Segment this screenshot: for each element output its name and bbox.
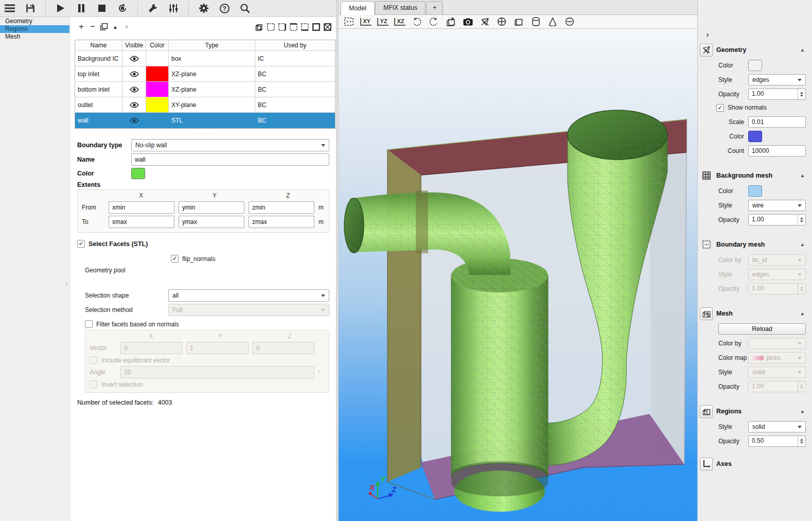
screenshot-camera-icon[interactable] — [462, 16, 474, 27]
region-color-cell[interactable] — [146, 66, 169, 81]
rotate-left-icon[interactable] — [411, 16, 423, 27]
boundary-type-select[interactable]: No-slip wall — [131, 139, 329, 151]
from-z-field[interactable] — [249, 201, 314, 214]
toggle-cylinder-icon[interactable] — [529, 16, 542, 27]
spin-buttons[interactable] — [798, 215, 805, 225]
filter-facets-checkbox[interactable] — [85, 320, 93, 328]
move-down-button[interactable]: ▼ — [121, 21, 132, 32]
visibility-eye-icon[interactable] — [122, 97, 146, 112]
help-icon[interactable]: ? — [218, 2, 231, 15]
region-color-cell[interactable] — [146, 51, 169, 66]
sidebar-item-geometry[interactable]: Geometry — [0, 18, 69, 25]
mesh-reload-button[interactable]: Reload — [718, 323, 806, 335]
geometry-stl-icon[interactable] — [700, 44, 713, 57]
select-facets-checkbox[interactable] — [77, 240, 85, 248]
background-mesh-opacity-spinner[interactable]: 1.00 — [748, 214, 806, 225]
region-shape-solid-icon[interactable] — [310, 21, 322, 32]
sidebar-item-regions[interactable]: Regions — [0, 25, 69, 33]
save-icon[interactable] — [24, 2, 37, 15]
3d-canvas[interactable]: Y X Z — [339, 29, 697, 521]
from-y-field[interactable] — [179, 201, 244, 214]
visibility-eye-icon[interactable] — [122, 113, 146, 128]
col-header-color[interactable]: Color — [146, 40, 169, 50]
toggle-disc-icon[interactable] — [563, 16, 576, 27]
collapse-arrow-icon[interactable]: ▲ — [800, 242, 805, 247]
collapse-arrow-icon[interactable]: ▲ — [800, 47, 805, 53]
settings-gear-icon[interactable] — [197, 2, 210, 15]
reset-view-icon[interactable] — [343, 16, 355, 27]
geometry-color-button[interactable] — [748, 60, 762, 71]
normals-color-button[interactable] — [748, 131, 762, 142]
collapse-arrow-icon[interactable]: ▲ — [800, 311, 805, 316]
pause-icon[interactable] — [75, 2, 88, 15]
region-shape-xz-plane-icon[interactable] — [288, 21, 299, 32]
region-name-field[interactable] — [131, 153, 329, 166]
visibility-eye-icon[interactable] — [122, 51, 146, 66]
region-shape-xy-plane-icon[interactable] — [299, 21, 310, 32]
spin-buttons[interactable] — [798, 436, 805, 446]
region-color-button[interactable] — [131, 168, 145, 179]
to-x-field[interactable] — [109, 216, 174, 228]
table-row[interactable]: bottom inlet XZ-plane BC — [75, 82, 335, 97]
table-row[interactable]: Background IC box IC — [75, 51, 335, 66]
toggle-geometry-icon[interactable] — [479, 16, 491, 27]
spin-buttons[interactable] — [798, 89, 805, 99]
to-y-field[interactable] — [179, 216, 244, 228]
section-boundary-mesh-header[interactable]: Boundary mesh ▲ — [700, 238, 806, 251]
selection-shape-select[interactable]: all — [168, 289, 329, 302]
nav-collapse-handle[interactable]: ‹ — [66, 280, 68, 286]
perspective-toggle-icon[interactable] — [445, 16, 457, 27]
section-mesh-header[interactable]: Mesh ▲ — [700, 307, 806, 320]
geometry-opacity-spinner[interactable]: 1.00 — [748, 89, 806, 100]
add-region-button[interactable]: + — [76, 21, 87, 32]
from-x-field[interactable] — [109, 201, 174, 214]
col-header-used-by[interactable]: Used by — [255, 40, 335, 50]
wrench-icon[interactable] — [146, 2, 160, 15]
table-row-selected[interactable]: wall STL BC — [75, 113, 335, 128]
run-icon[interactable] — [54, 2, 67, 15]
col-header-name[interactable]: Name — [75, 40, 122, 50]
background-mesh-style-select[interactable]: wire — [748, 200, 806, 211]
region-color-cell[interactable] — [146, 97, 169, 112]
visibility-eye-icon[interactable] — [122, 82, 146, 97]
rotate-right-icon[interactable] — [428, 16, 440, 27]
view-xy-button[interactable]: XY — [360, 16, 372, 27]
collapse-arrow-icon[interactable]: ▲ — [800, 173, 805, 178]
move-up-button[interactable]: ▲ — [110, 21, 121, 32]
splitter-handle[interactable]: ······ — [70, 130, 336, 137]
section-geometry-header[interactable]: Geometry ▲ — [700, 43, 806, 57]
mesh-cube-icon[interactable] — [700, 307, 713, 320]
search-icon[interactable] — [238, 2, 252, 15]
table-row[interactable]: top inlet XZ-plane BC — [75, 66, 335, 82]
normals-scale-field[interactable] — [748, 116, 806, 128]
visibility-eye-icon[interactable] — [122, 66, 146, 81]
collapse-arrow-icon[interactable]: ▲ — [800, 409, 805, 414]
tab-mfix-status[interactable]: MFiX status — [375, 1, 426, 14]
toggle-box-icon[interactable] — [513, 16, 525, 27]
col-header-visible[interactable]: Visible — [122, 40, 146, 50]
sliders-icon[interactable] — [167, 2, 180, 15]
stop-icon[interactable] — [95, 2, 109, 15]
show-normals-checkbox[interactable] — [716, 104, 724, 112]
geometry-style-select[interactable]: edges — [748, 74, 806, 85]
col-header-type[interactable]: Type — [169, 40, 255, 50]
tab-model[interactable]: Model — [341, 1, 375, 15]
sidebar-item-mesh[interactable]: Mesh — [0, 33, 69, 41]
sidebar-collapse-button[interactable]: › — [703, 30, 712, 39]
regions-box-icon[interactable] — [700, 405, 713, 418]
remove-region-button[interactable]: − — [87, 21, 98, 32]
region-shape-point-icon[interactable] — [265, 21, 276, 32]
to-z-field[interactable] — [249, 216, 314, 228]
region-color-cell[interactable] — [146, 82, 169, 97]
toggle-cone-icon[interactable] — [546, 16, 559, 27]
view-yz-button[interactable]: YZ — [377, 16, 389, 27]
section-background-mesh-header[interactable]: Background mesh ▲ — [700, 169, 806, 182]
tab-new[interactable]: + — [426, 1, 443, 14]
region-shape-box-icon[interactable] — [254, 21, 265, 32]
table-row[interactable]: outlet XY-plane BC — [75, 97, 335, 113]
view-xz-button[interactable]: XZ — [394, 16, 406, 27]
background-mesh-color-button[interactable] — [748, 185, 762, 197]
duplicate-region-button[interactable] — [98, 21, 110, 32]
region-shape-stl-icon[interactable] — [322, 21, 333, 32]
section-regions-header[interactable]: Regions ▲ — [700, 405, 806, 418]
